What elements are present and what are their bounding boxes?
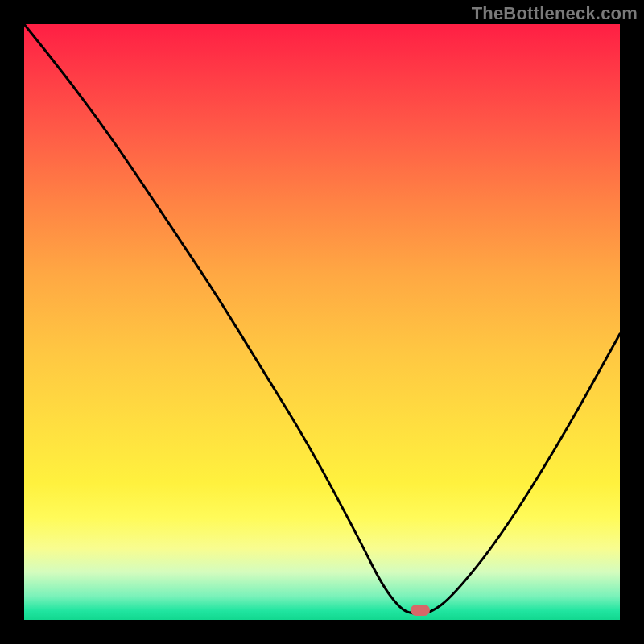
optimum-marker — [411, 605, 430, 616]
watermark-text: TheBottleneck.com — [472, 3, 638, 24]
bottleneck-curve — [24, 24, 620, 614]
chart-frame: TheBottleneck.com — [0, 0, 644, 644]
curve-layer — [24, 24, 620, 620]
plot-area — [24, 24, 620, 620]
